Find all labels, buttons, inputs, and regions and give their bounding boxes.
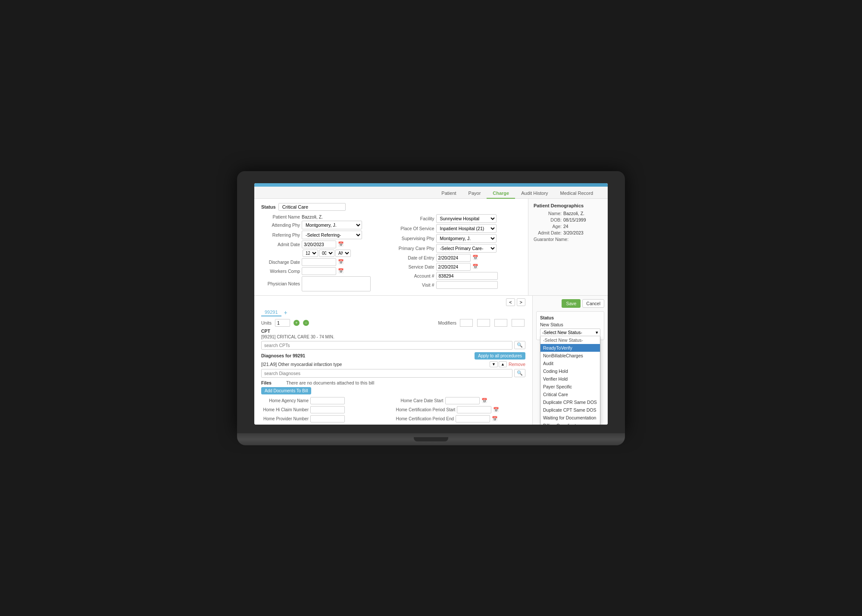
- cancel-button[interactable]: Cancel: [582, 299, 604, 308]
- time-ampm-select[interactable]: AM: [335, 250, 351, 257]
- diag-search-button[interactable]: 🔍: [514, 369, 525, 377]
- dropdown-item-placeholder[interactable]: -Select New Status-: [540, 336, 600, 344]
- units-up-icon[interactable]: +: [294, 320, 300, 326]
- modifier-box-1[interactable]: [460, 319, 473, 327]
- scroll-nav: < >: [261, 298, 525, 306]
- account-input[interactable]: [436, 272, 498, 280]
- tab-patient[interactable]: Patient: [435, 188, 462, 199]
- status-input[interactable]: [278, 203, 346, 211]
- modifier-box-4[interactable]: [512, 319, 525, 327]
- physician-notes-label: Physician Notes: [261, 281, 300, 286]
- dropdown-item-dup-cpt[interactable]: Duplicate CPT Same DOS: [540, 406, 600, 414]
- home-agency-input[interactable]: [310, 397, 345, 404]
- referring-select[interactable]: -Select Referring-: [302, 231, 362, 239]
- cpt-search-button[interactable]: 🔍: [514, 341, 525, 349]
- home-cert-end-input[interactable]: [456, 415, 490, 422]
- service-date-calendar-icon[interactable]: 📅: [472, 264, 478, 269]
- time-min-select[interactable]: 00: [319, 250, 334, 257]
- status-label: Status: [261, 204, 276, 210]
- tab-audit-history[interactable]: Audit History: [515, 188, 554, 199]
- physician-notes-textarea[interactable]: [302, 276, 371, 291]
- supervising-select[interactable]: Montgomery, J.: [436, 234, 497, 243]
- home-cert-start-row: Home Certification Period Start 📅: [396, 406, 526, 413]
- diag-remove-button[interactable]: Remove: [509, 362, 525, 367]
- discharge-input[interactable]: [302, 258, 336, 266]
- home-hi-claim-label: Home Hi Claim Number: [261, 407, 309, 412]
- tab-charge[interactable]: Charge: [487, 188, 515, 199]
- facility-select[interactable]: Sunnyview Hospital: [436, 214, 497, 223]
- cpt-search-input[interactable]: [261, 341, 512, 350]
- diag-up-arrow[interactable]: ▲: [499, 361, 507, 367]
- apply-all-button[interactable]: Apply to all procedures: [475, 352, 525, 360]
- pos-select[interactable]: Inpatient Hospital (21): [436, 224, 497, 233]
- dropdown-item-ready-to-verify[interactable]: ReadyToVerify: [540, 344, 600, 352]
- chevron-down-icon: ▾: [596, 330, 598, 335]
- home-care-grid: Home Agency Name Home Care Date Start 📅: [261, 397, 525, 422]
- tab-medical-record[interactable]: Medical Record: [554, 188, 599, 199]
- time-hour-select[interactable]: 12: [303, 250, 318, 257]
- attending-label: Attending Phy: [261, 222, 300, 228]
- demo-dob-key: DOB:: [534, 217, 562, 222]
- save-cancel-row: Save Cancel: [536, 299, 604, 308]
- diag-search-input[interactable]: [261, 369, 512, 378]
- workers-comp-input[interactable]: [302, 267, 336, 275]
- status-action-panel: Save Cancel Status New Status: [532, 296, 608, 425]
- modifier-box-3[interactable]: [494, 319, 507, 327]
- service-date-input[interactable]: [436, 263, 471, 271]
- home-provider-input[interactable]: [310, 415, 345, 422]
- status-dropdown-popup[interactable]: -Select New Status- ReadyToVerify NonBil…: [540, 336, 600, 425]
- visit-input[interactable]: [436, 281, 498, 289]
- home-date-start-input[interactable]: [445, 397, 480, 404]
- tab-navigation: Patient Payor Charge Audit History Medic…: [254, 187, 608, 199]
- home-cert-start-cal-icon[interactable]: 📅: [493, 407, 499, 413]
- dropdown-item-critical-care[interactable]: Critical Care: [540, 391, 600, 398]
- home-cert-end-cal-icon[interactable]: 📅: [492, 416, 498, 422]
- discharge-calendar-icon[interactable]: 📅: [338, 259, 344, 265]
- primary-care-label: Primary Care Phy: [396, 246, 434, 251]
- dropdown-item-billing-coord[interactable]: Billing Coordinator: [540, 422, 600, 425]
- home-cert-start-input[interactable]: [457, 406, 491, 413]
- workers-comp-calendar-icon[interactable]: 📅: [338, 268, 344, 274]
- home-hi-claim-input[interactable]: [310, 406, 345, 413]
- dropdown-item-waiting-docs[interactable]: Waiting for Documentation: [540, 414, 600, 422]
- dropdown-item-non-billable[interactable]: NonBillableCharges: [540, 352, 600, 360]
- date-entry-input[interactable]: [436, 254, 471, 262]
- status-dropdown-value: -Select New Status-: [542, 330, 596, 335]
- demo-admit-key: Admit Date:: [534, 230, 562, 235]
- status-row: Status: [261, 203, 521, 211]
- units-down-icon[interactable]: −: [303, 320, 309, 326]
- status-dropdown-trigger[interactable]: -Select New Status- ▾: [540, 328, 600, 336]
- pos-label: Place Of Service: [396, 226, 434, 231]
- home-date-start-cal-icon[interactable]: 📅: [481, 398, 487, 403]
- referring-row: Referring Phy -Select Referring-: [261, 231, 387, 239]
- add-docs-button[interactable]: Add Documents To Bill: [261, 387, 311, 394]
- admit-input[interactable]: [302, 241, 336, 248]
- dropdown-item-verifier-hold[interactable]: Verifier Hold: [540, 375, 600, 383]
- add-procedure-icon[interactable]: +: [284, 309, 287, 316]
- dropdown-item-coding-hold[interactable]: Coding Hold: [540, 367, 600, 375]
- prev-button[interactable]: <: [506, 298, 515, 306]
- next-button[interactable]: >: [517, 298, 525, 306]
- dropdown-item-payer-specific[interactable]: Payer Specific: [540, 383, 600, 391]
- diagnoses-label: Diagnoses for 99291: [261, 353, 305, 358]
- units-input[interactable]: [275, 319, 290, 327]
- procedure-tab-99291[interactable]: 99291: [261, 309, 281, 316]
- admit-calendar-icon[interactable]: 📅: [338, 241, 344, 247]
- modifier-box-2[interactable]: [477, 319, 490, 327]
- tab-payor[interactable]: Payor: [462, 188, 487, 199]
- content-area: Status Patient Name Bazzol: [254, 199, 608, 425]
- dropdown-item-dup-cpr[interactable]: Duplicate CPR Same DOS: [540, 398, 600, 406]
- dropdown-item-audit[interactable]: Audit: [540, 360, 600, 367]
- date-entry-calendar-icon[interactable]: 📅: [472, 255, 478, 260]
- discharge-row: Discharge Date 📅: [261, 258, 387, 266]
- save-button[interactable]: Save: [562, 299, 581, 308]
- workers-comp-label: Workers Comp: [261, 269, 300, 274]
- primary-care-select[interactable]: -Select Primary Care-: [436, 244, 497, 253]
- diag-search-row: 🔍: [261, 369, 525, 378]
- home-cert-start-label: Home Certification Period Start: [396, 407, 456, 412]
- diag-down-arrow[interactable]: ▼: [490, 361, 498, 367]
- cpt-label: CPT: [261, 328, 525, 334]
- units-row: Units + − Modifiers: [261, 319, 525, 327]
- home-hi-claim-row: Home Hi Claim Number: [261, 406, 391, 413]
- attending-select[interactable]: Montgomery, J.: [302, 221, 362, 229]
